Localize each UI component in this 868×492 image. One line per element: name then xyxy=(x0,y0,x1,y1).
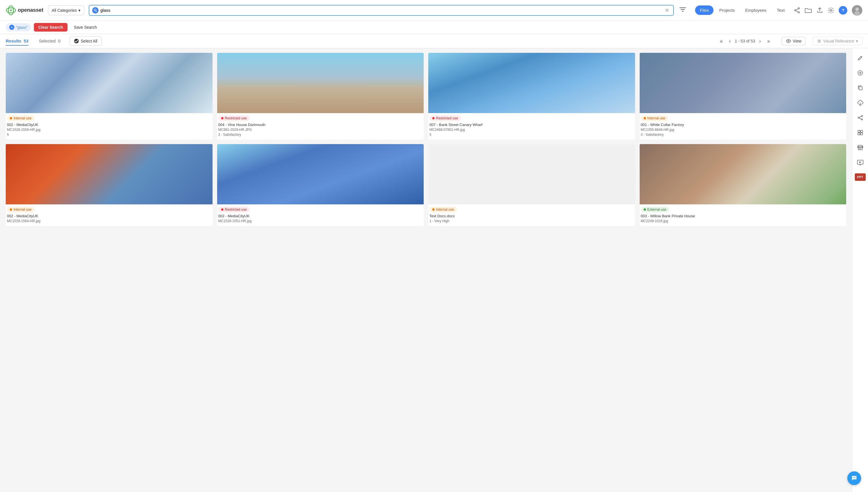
selected-tab[interactable]: Selected 0 xyxy=(39,37,60,46)
svg-point-27 xyxy=(861,115,863,117)
logo-text: openasset xyxy=(18,7,43,13)
svg-point-29 xyxy=(858,117,859,118)
tab-text[interactable]: Text xyxy=(772,5,789,15)
image-card[interactable]: Internal use Test Docs.docx 1 - Very Hig… xyxy=(428,144,635,226)
copy-sidebar-button[interactable] xyxy=(854,81,867,94)
badge-label: Internal use xyxy=(14,116,31,120)
image-thumbnail xyxy=(217,53,424,113)
ppt-sidebar-button[interactable]: PPT xyxy=(855,173,866,181)
folder-icon[interactable] xyxy=(805,7,812,13)
card-info: Internal use 002 - MediaCityUK MC1528-15… xyxy=(6,113,213,140)
card-title: 002 - MediaCityUK xyxy=(218,214,423,219)
eye-icon xyxy=(786,39,791,43)
image-thumbnail xyxy=(428,53,635,113)
svg-rect-35 xyxy=(861,133,863,135)
tab-employees[interactable]: Employees xyxy=(741,5,771,15)
category-label: All Categories xyxy=(52,8,77,13)
image-thumbnail xyxy=(640,53,846,113)
category-select[interactable]: All Categories ▾ xyxy=(48,5,84,15)
image-thumbnail xyxy=(217,144,424,204)
logo[interactable]: openasset xyxy=(6,5,43,16)
image-card[interactable]: Restricted use 004 - Vine House Dartmout… xyxy=(217,53,424,140)
svg-line-12 xyxy=(796,8,798,10)
usage-badge: Restricted use xyxy=(429,115,461,121)
search-icon xyxy=(92,7,98,14)
badge-label: Internal use xyxy=(14,207,31,212)
last-page-button[interactable]: » xyxy=(765,37,772,45)
badge-dot xyxy=(221,208,224,211)
image-thumbnail xyxy=(6,144,213,204)
badge-label: Internal use xyxy=(436,207,454,212)
upload-icon[interactable] xyxy=(816,7,823,14)
add-sidebar-button[interactable] xyxy=(854,67,867,79)
search-input[interactable] xyxy=(100,8,662,13)
card-filename: MC1528-1564-HR.jpg xyxy=(7,219,211,224)
svg-rect-33 xyxy=(861,130,863,132)
edit-sidebar-button[interactable] xyxy=(854,52,867,64)
clear-input-button[interactable]: ✕ xyxy=(664,7,671,14)
badge-label: Restricted use xyxy=(436,116,458,120)
results-tab[interactable]: Results 53 xyxy=(6,37,28,46)
chat-fab[interactable] xyxy=(847,471,861,485)
card-title: 002 - MediaCityUK xyxy=(7,214,211,219)
card-meta: 5 xyxy=(7,132,211,137)
prev-page-button[interactable]: ‹ xyxy=(727,37,733,45)
next-page-button[interactable]: › xyxy=(757,37,763,45)
share-header-icon[interactable] xyxy=(794,7,800,14)
image-card[interactable]: Internal use 001 - White Collar Factory … xyxy=(640,53,846,140)
avatar[interactable] xyxy=(852,5,862,16)
image-card[interactable]: Restricted use 002 - MediaCityUK MC1528-… xyxy=(217,144,424,226)
help-button[interactable]: ? xyxy=(839,6,847,15)
selected-label: Selected xyxy=(39,39,55,43)
pagination: « ‹ 1 - 53 of 53 › » xyxy=(718,37,772,45)
card-title: 007 - Bank Street Canary Wharf xyxy=(429,122,634,127)
settings-icon[interactable] xyxy=(828,7,834,14)
select-all-label: Select All xyxy=(81,39,97,43)
svg-point-17 xyxy=(855,7,859,11)
svg-line-21 xyxy=(861,56,862,57)
usage-badge: Internal use xyxy=(641,115,668,121)
image-card[interactable]: Internal use 002 - MediaCityUK MC1528-15… xyxy=(6,144,213,226)
tag-icon: ✦ xyxy=(9,25,14,30)
svg-point-11 xyxy=(795,9,796,11)
svg-rect-25 xyxy=(859,87,862,90)
chat-icon xyxy=(851,475,858,482)
filter-button[interactable] xyxy=(678,6,687,15)
svg-rect-37 xyxy=(858,148,862,150)
image-card[interactable]: External use 003 - Willow Bank Private H… xyxy=(640,144,846,226)
sort-button[interactable]: Visual Relevance ▾ xyxy=(813,37,862,45)
save-search-button[interactable]: Save Search xyxy=(70,23,100,31)
first-page-button[interactable]: « xyxy=(718,37,725,45)
svg-rect-32 xyxy=(858,130,860,132)
view-label: View xyxy=(793,39,801,43)
svg-line-5 xyxy=(96,10,97,12)
card-title: 002 - MediaCityUK xyxy=(7,122,211,127)
select-all-button[interactable]: Select All xyxy=(70,36,102,46)
svg-line-13 xyxy=(796,10,798,12)
share-sidebar-button[interactable] xyxy=(854,112,867,124)
presentation-sidebar-button[interactable] xyxy=(854,156,867,169)
image-card[interactable]: Internal use 002 - MediaCityUK MC1528-15… xyxy=(6,53,213,140)
sub-header: ✦ "glass" Clear Search Save Search xyxy=(0,21,868,34)
sparkle-icon xyxy=(817,39,821,43)
image-thumbnail xyxy=(640,144,846,204)
view-button[interactable]: View xyxy=(781,37,806,45)
print-sidebar-button[interactable] xyxy=(854,141,867,154)
clear-search-button[interactable]: Clear Search xyxy=(34,23,68,31)
cloud-download-sidebar-button[interactable] xyxy=(854,96,867,109)
card-title: 001 - White Collar Factory xyxy=(641,122,845,127)
card-filename: MC1528-1558-HR.jpg xyxy=(7,127,211,132)
grid-area: Internal use 002 - MediaCityUK MC1528-15… xyxy=(0,48,852,492)
grid-sidebar-button[interactable] xyxy=(854,126,867,139)
header: openasset All Categories ▾ ✕ Files Proje… xyxy=(0,0,868,21)
badge-dot xyxy=(10,117,12,119)
card-info: Restricted use 007 - Bank Street Canary … xyxy=(428,113,635,140)
badge-dot xyxy=(221,117,224,119)
tab-projects[interactable]: Projects xyxy=(714,5,739,15)
image-card[interactable]: Restricted use 007 - Bank Street Canary … xyxy=(428,53,635,140)
badge-label: Restricted use xyxy=(225,207,247,212)
results-label: Results xyxy=(6,39,21,43)
sort-chevron: ▾ xyxy=(856,39,858,43)
svg-point-45 xyxy=(854,477,854,478)
tab-files[interactable]: Files xyxy=(695,5,713,15)
